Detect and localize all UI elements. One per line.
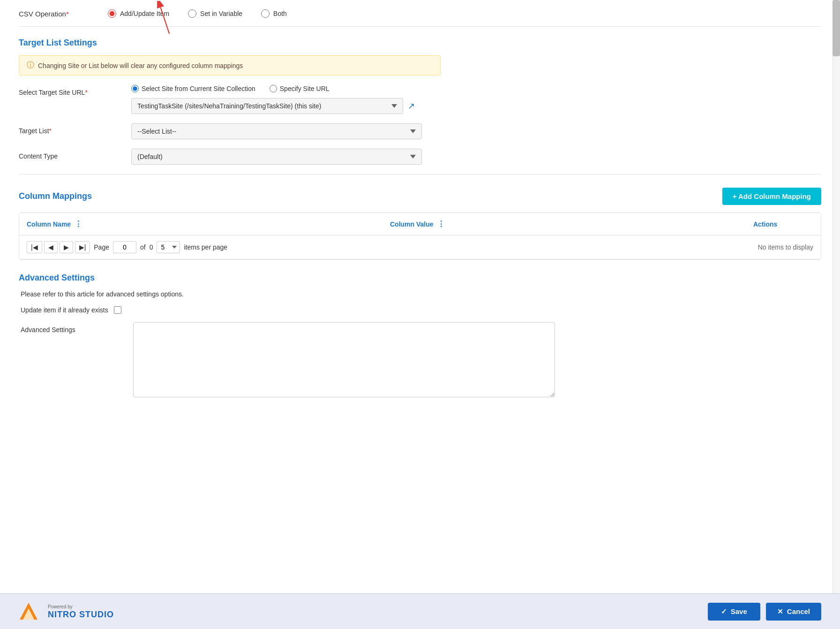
content-type-row: Content Type (Default) <box>19 149 821 165</box>
footer-buttons: ✓ Save ✕ Cancel <box>708 603 821 621</box>
nitro-brand: Powered by NITRO STUDIO <box>19 602 114 621</box>
advanced-settings-section: Advanced Settings Please refer to this a… <box>19 273 821 397</box>
nitro-text-block: Powered by NITRO STUDIO <box>48 605 114 619</box>
column-mappings-table: Column Name ⋮ Column Value ⋮ Actions |◀ … <box>19 212 821 260</box>
warning-text: Changing Site or List below will clear a… <box>38 62 243 69</box>
radio-current-site-label: Select Site from Current Site Collection <box>142 85 255 92</box>
target-list-settings-header: Target List Settings <box>19 38 821 48</box>
radio-current-site[interactable]: Select Site from Current Site Collection <box>131 85 255 92</box>
next-page-button[interactable]: ▶ <box>60 241 73 253</box>
radio-add-update[interactable]: Add/Update Item <box>108 9 169 18</box>
csv-operation-row: CSV Operation* Add/Update Item Set in Va… <box>19 0 821 27</box>
column-name-header: Column Name ⋮ <box>19 213 364 235</box>
main-container: CSV Operation* Add/Update Item Set in Va… <box>0 0 840 444</box>
page-label: Page <box>94 243 109 251</box>
update-item-label: Update item if it already exists <box>21 306 108 314</box>
radio-specify-site-input[interactable] <box>270 85 277 92</box>
nitro-brand-name: NITRO STUDIO <box>48 610 114 619</box>
prev-page-button[interactable]: ◀ <box>44 241 58 253</box>
table-header: Column Name ⋮ Column Value ⋮ Actions <box>19 213 821 235</box>
select-target-site-url-label: Select Target Site URL* <box>19 85 122 96</box>
items-per-page-label: items per page <box>184 243 227 251</box>
csv-operation-label: CSV Operation* <box>19 10 94 18</box>
radio-set-variable-input[interactable] <box>188 9 196 18</box>
update-item-checkbox[interactable] <box>114 306 121 314</box>
select-target-site-url-row: Select Target Site URL* Select Site from… <box>19 85 821 114</box>
column-value-menu-icon[interactable]: ⋮ <box>437 220 445 228</box>
pagination-controls: |◀ ◀ ▶ ▶| <box>27 241 90 253</box>
radio-add-update-input[interactable] <box>108 9 116 18</box>
actions-header: Actions <box>746 213 821 235</box>
advanced-settings-textarea-row: Advanced Settings <box>21 322 821 397</box>
radio-both-label: Both <box>273 10 287 17</box>
column-mappings-title: Column Mappings <box>19 191 92 201</box>
powered-by-text: Powered by <box>48 605 114 609</box>
scrollbar-thumb[interactable] <box>832 0 840 56</box>
select-target-site-url-control: Select Site from Current Site Collection… <box>131 85 459 114</box>
cancel-button[interactable]: ✕ Cancel <box>766 603 821 621</box>
content-type-dropdown[interactable]: (Default) <box>131 149 422 165</box>
radio-set-variable[interactable]: Set in Variable <box>188 9 242 18</box>
csv-operation-radio-group: Add/Update Item Set in Variable Both <box>108 9 287 18</box>
column-name-menu-icon[interactable]: ⋮ <box>75 220 82 228</box>
site-url-dropdown[interactable]: TestingTaskSite (/sites/NehaTraining/Tes… <box>131 98 403 114</box>
advanced-settings-textarea[interactable] <box>133 322 555 397</box>
footer: Powered by NITRO STUDIO ✓ Save ✕ Cancel <box>0 593 840 629</box>
site-url-radio-group: Select Site from Current Site Collection… <box>131 85 459 92</box>
page-size-select[interactable]: 5 10 25 50 <box>157 241 180 253</box>
radio-add-update-label: Add/Update Item <box>120 10 169 17</box>
radio-both-input[interactable] <box>261 9 270 18</box>
warning-icon: ⓘ <box>27 61 34 70</box>
add-column-mapping-button[interactable]: + Add Column Mapping <box>722 188 821 205</box>
of-label: of <box>140 243 146 251</box>
table-pagination: |◀ ◀ ▶ ▶| Page of 0 5 10 25 50 items per… <box>19 235 821 259</box>
radio-both[interactable]: Both <box>261 9 287 18</box>
content-type-control: (Default) <box>131 149 459 165</box>
radio-specify-site[interactable]: Specify Site URL <box>270 85 330 92</box>
column-value-header: Column Value ⋮ <box>382 213 727 235</box>
advanced-settings-note: Please refer to this article for advance… <box>21 290 821 298</box>
total-pages: 0 <box>150 243 153 251</box>
save-label: Save <box>731 607 747 615</box>
advanced-settings-title: Advanced Settings <box>19 273 821 283</box>
external-link-icon[interactable]: ↗ <box>408 101 415 111</box>
last-page-button[interactable]: ▶| <box>75 241 90 253</box>
nitro-logo <box>19 602 43 621</box>
content-type-label: Content Type <box>19 149 122 160</box>
cancel-label: Cancel <box>787 607 810 615</box>
target-list-label: Target List* <box>19 123 122 135</box>
page-number-input[interactable] <box>113 241 136 253</box>
column-mappings-header-row: Column Mappings + Add Column Mapping <box>19 188 821 205</box>
scrollbar-track[interactable] <box>832 0 840 629</box>
update-item-row: Update item if it already exists <box>21 306 821 314</box>
section-divider <box>19 174 821 174</box>
advanced-settings-label: Advanced Settings <box>21 322 124 333</box>
site-url-dropdown-row: TestingTaskSite (/sites/NehaTraining/Tes… <box>131 98 459 114</box>
cancel-x-icon: ✕ <box>777 607 783 616</box>
no-items-label: No items to display <box>758 243 813 251</box>
first-page-button[interactable]: |◀ <box>27 241 42 253</box>
nitro-logo-icon <box>19 602 38 621</box>
radio-set-variable-label: Set in Variable <box>200 10 242 17</box>
target-list-dropdown[interactable]: --Select List-- <box>131 123 422 139</box>
radio-current-site-input[interactable] <box>131 85 139 92</box>
target-list-control: --Select List-- <box>131 123 459 139</box>
save-button[interactable]: ✓ Save <box>708 603 760 621</box>
target-list-row: Target List* --Select List-- <box>19 123 821 139</box>
radio-specify-site-label: Specify Site URL <box>280 85 330 92</box>
save-checkmark-icon: ✓ <box>721 607 727 616</box>
warning-banner: ⓘ Changing Site or List below will clear… <box>19 55 441 76</box>
